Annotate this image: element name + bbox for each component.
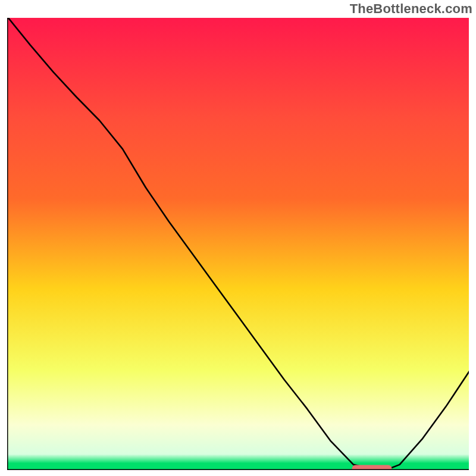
plot-svg — [7, 18, 469, 470]
plot-area — [7, 18, 469, 470]
gradient-background — [7, 18, 469, 470]
watermark-text: TheBottleneck.com — [350, 1, 472, 17]
chart-container: TheBottleneck.com — [0, 0, 476, 476]
